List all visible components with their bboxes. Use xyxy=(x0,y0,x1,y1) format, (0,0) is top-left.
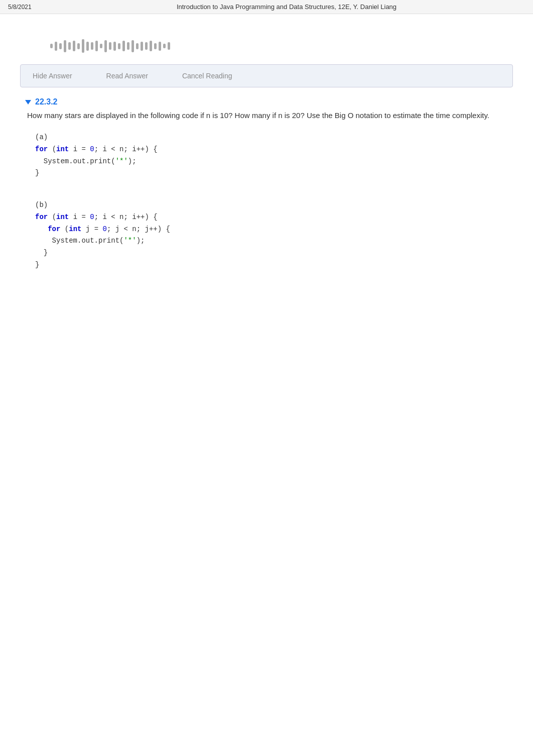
waveform-bar xyxy=(122,41,125,51)
question-text: How many stars are displayed in the foll… xyxy=(27,110,508,122)
waveform-bar xyxy=(104,40,107,52)
waveform-bar xyxy=(86,42,89,51)
code-line: for (int i = 0; i < n; i++) { xyxy=(35,144,508,156)
hide-answer-button[interactable]: Hide Answer xyxy=(31,71,74,81)
question-section: 22.3.2 How many stars are displayed in t… xyxy=(20,97,513,271)
question-number-label: 22.3.2 xyxy=(35,97,57,106)
code-line: System.out.print('*'); xyxy=(35,235,508,247)
waveform-bar xyxy=(150,41,152,51)
cancel-reading-button[interactable]: Cancel Reading xyxy=(180,71,234,81)
controls-box: Hide Answer Read Answer Cancel Reading xyxy=(20,64,513,87)
code-section-a: (a) for (int i = 0; i < n; i++) { System… xyxy=(35,132,508,179)
audio-area xyxy=(20,39,513,59)
code-line xyxy=(35,187,508,199)
code-line: } xyxy=(35,259,508,271)
waveform-bar xyxy=(136,43,139,49)
waveform-bar xyxy=(163,44,166,48)
waveform-bar xyxy=(64,40,66,52)
waveform-bar xyxy=(68,42,71,50)
waveform-bar xyxy=(100,44,102,48)
triangle-icon xyxy=(25,100,31,104)
waveform-bar xyxy=(109,42,111,50)
waveform-bar xyxy=(113,42,116,51)
code-line: for (int i = 0; i < n; i++) { xyxy=(35,211,508,224)
waveform-bar xyxy=(118,43,120,49)
code-line: (a) xyxy=(35,132,508,144)
audio-waveform xyxy=(20,39,513,53)
waveform-bar xyxy=(82,39,84,53)
code-line: } xyxy=(35,167,508,179)
waveform-bar xyxy=(141,42,143,51)
browser-date: 5/8/2021 xyxy=(8,4,48,11)
waveform-bar xyxy=(91,42,93,50)
waveform-bar xyxy=(73,41,75,51)
question-number: 22.3.2 xyxy=(25,97,508,106)
waveform-bar xyxy=(159,42,161,51)
code-section-b: (b) for (int i = 0; i < n; i++) { for (i… xyxy=(35,187,508,271)
page-title: Introduction to Java Programming and Dat… xyxy=(48,3,525,11)
code-line: } xyxy=(35,247,508,259)
waveform-bar xyxy=(95,41,98,51)
waveform-bar xyxy=(50,44,53,48)
waveform-bar xyxy=(154,43,157,49)
code-line: for (int j = 0; j < n; j++) { xyxy=(35,224,508,236)
waveform-bar xyxy=(145,42,148,50)
waveform-bar xyxy=(131,40,134,52)
waveform-bar xyxy=(55,42,57,51)
read-answer-button[interactable]: Read Answer xyxy=(104,71,150,81)
waveform-bar xyxy=(168,42,170,50)
code-line: System.out.print('*'); xyxy=(35,156,508,168)
page-content: Hide Answer Read Answer Cancel Reading 2… xyxy=(0,14,533,289)
waveform-bar xyxy=(127,42,129,50)
code-block-a: (a) for (int i = 0; i < n; i++) { System… xyxy=(35,132,508,271)
code-line: (b) xyxy=(35,199,508,211)
browser-tab: 5/8/2021 Introduction to Java Programmin… xyxy=(0,0,533,14)
waveform-bar xyxy=(77,43,80,49)
waveform-bar xyxy=(59,43,62,49)
